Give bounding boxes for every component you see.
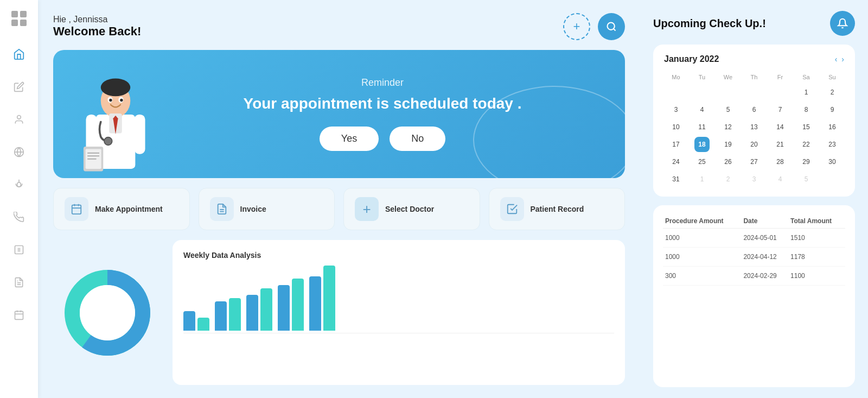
- cal-day-24[interactable]: 24: [668, 154, 684, 169]
- cal-day-1[interactable]: 1: [799, 85, 814, 100]
- right-header: Upcoming Check Up.!: [653, 11, 855, 36]
- yes-button[interactable]: Yes: [320, 127, 379, 151]
- sidebar-item-home[interactable]: [9, 45, 29, 64]
- bar-group-4: [278, 279, 304, 331]
- cal-day-13[interactable]: 13: [746, 119, 762, 135]
- svg-point-0: [17, 116, 21, 119]
- cal-day-18-today[interactable]: 18: [694, 137, 710, 152]
- quick-action-select-doctor[interactable]: + Select Doctor: [343, 188, 480, 230]
- svg-line-13: [614, 29, 616, 31]
- cal-day-16[interactable]: 16: [825, 119, 840, 135]
- search-button[interactable]: [598, 13, 625, 40]
- procedure-amount-1: 1000: [663, 229, 741, 248]
- add-button[interactable]: +: [563, 13, 590, 40]
- records-table: Procedure Amount Date Total Amount 1000 …: [663, 214, 845, 286]
- appointment-icon: [65, 197, 88, 221]
- col-procedure: Procedure Amount: [663, 214, 741, 229]
- bar-teal-5: [323, 266, 335, 331]
- cal-day-15[interactable]: 15: [799, 119, 814, 135]
- bar-group-5: [309, 266, 335, 331]
- cal-header-mo: Mo: [664, 72, 688, 83]
- sidebar-item-user[interactable]: [9, 110, 29, 129]
- sidebar-item-document[interactable]: [9, 273, 29, 292]
- cal-day-22[interactable]: 22: [799, 137, 814, 152]
- total-2: 1178: [788, 248, 845, 267]
- sidebar-item-globe[interactable]: [9, 142, 29, 162]
- cal-day-31[interactable]: 31: [668, 172, 684, 187]
- sidebar-item-mic[interactable]: [9, 175, 29, 194]
- cal-day-28[interactable]: 28: [773, 154, 788, 169]
- header-actions: +: [563, 13, 625, 40]
- cal-day-6[interactable]: 6: [746, 102, 762, 117]
- cal-day-14[interactable]: 14: [773, 119, 788, 135]
- cal-day-21[interactable]: 21: [773, 137, 788, 152]
- cal-day-empty-5: [773, 85, 788, 100]
- sidebar-item-calendar[interactable]: [9, 305, 29, 325]
- cal-day-10[interactable]: 10: [668, 119, 684, 135]
- cal-day-25[interactable]: 25: [694, 154, 710, 169]
- cal-day-4[interactable]: 4: [694, 102, 710, 117]
- quick-action-invoice[interactable]: Invoice: [199, 188, 335, 230]
- cal-day-8[interactable]: 8: [799, 102, 814, 117]
- cal-day-next-4[interactable]: 4: [773, 172, 788, 187]
- sidebar-item-edit[interactable]: [9, 77, 29, 97]
- svg-point-40: [86, 291, 129, 334]
- right-panel: Upcoming Check Up.! January 2022 ‹ › Mo …: [640, 0, 868, 398]
- records-card: Procedure Amount Date Total Amount 1000 …: [653, 205, 855, 387]
- chart-title: Weekly Data Analysis: [183, 251, 614, 260]
- no-button[interactable]: No: [390, 127, 445, 151]
- cal-day-12[interactable]: 12: [720, 119, 736, 135]
- cal-day-27[interactable]: 27: [746, 154, 762, 169]
- banner-content: Reminder Your appointment is scheduled t…: [162, 77, 603, 151]
- cal-day-30[interactable]: 30: [825, 154, 840, 169]
- greeting-section: Hie , Jennissa Welcome Back!: [53, 15, 141, 39]
- calendar-month-title: January 2022: [664, 54, 719, 64]
- upcoming-title: Upcoming Check Up.!: [653, 17, 766, 30]
- cal-day-3[interactable]: 3: [668, 102, 684, 117]
- cal-day-5[interactable]: 5: [720, 102, 736, 117]
- cal-day-7[interactable]: 7: [773, 102, 788, 117]
- cal-day-2[interactable]: 2: [825, 85, 840, 100]
- bar-teal-2: [229, 298, 241, 331]
- cal-day-11[interactable]: 11: [694, 119, 710, 135]
- sidebar-item-building[interactable]: [9, 240, 29, 260]
- cal-day-29[interactable]: 29: [799, 154, 814, 169]
- cal-day-17[interactable]: 17: [668, 137, 684, 152]
- cal-day-next-1[interactable]: 1: [694, 172, 710, 187]
- table-row: 1000 2024-05-01 1510: [663, 229, 845, 248]
- calendar-grid: Mo Tu We Th Fr Sa Su 1 2 3 4 5 6 7 8 9 1…: [664, 72, 844, 187]
- quick-action-appointment[interactable]: Make Appointment: [53, 188, 190, 230]
- cal-day-next-2[interactable]: 2: [720, 172, 736, 187]
- calendar-prev-button[interactable]: ‹: [835, 55, 838, 64]
- reminder-label: Reminder: [162, 77, 603, 89]
- cal-day-next-5[interactable]: 5: [799, 172, 814, 187]
- cal-day-26[interactable]: 26: [720, 154, 736, 169]
- bar-group-3: [246, 288, 272, 331]
- calendar-navigation: ‹ ›: [835, 55, 844, 64]
- cal-day-23[interactable]: 23: [825, 137, 840, 152]
- svg-rect-21: [135, 115, 145, 154]
- bottom-section: Weekly Data Analysis: [53, 240, 625, 385]
- cal-day-9[interactable]: 9: [825, 102, 840, 117]
- cal-day-next-3[interactable]: 3: [746, 172, 762, 187]
- svg-rect-31: [72, 205, 81, 214]
- date-3: 2024-02-29: [741, 267, 788, 286]
- cal-header-th: Th: [742, 72, 766, 83]
- invoice-icon: [210, 197, 234, 221]
- col-date: Date: [741, 214, 788, 229]
- cal-day-19[interactable]: 19: [720, 137, 736, 152]
- sidebar-item-phone[interactable]: [9, 207, 29, 227]
- table-row: 1000 2024-04-12 1178: [663, 248, 845, 267]
- cal-header-sa: Sa: [794, 72, 818, 83]
- calendar-card: January 2022 ‹ › Mo Tu We Th Fr Sa Su 1 …: [653, 45, 855, 197]
- notification-button[interactable]: [830, 11, 855, 36]
- cal-day-20[interactable]: 20: [746, 137, 762, 152]
- cal-day-empty-2: [694, 85, 710, 100]
- doctor-illustration: [75, 65, 162, 163]
- svg-rect-8: [15, 311, 23, 319]
- bar-teal-4: [292, 279, 304, 331]
- quick-actions: Make Appointment Invoice + Select Doctor…: [53, 188, 625, 230]
- svg-point-16: [101, 79, 131, 97]
- quick-action-patient-record[interactable]: Patient Record: [489, 188, 626, 230]
- calendar-next-button[interactable]: ›: [841, 55, 844, 64]
